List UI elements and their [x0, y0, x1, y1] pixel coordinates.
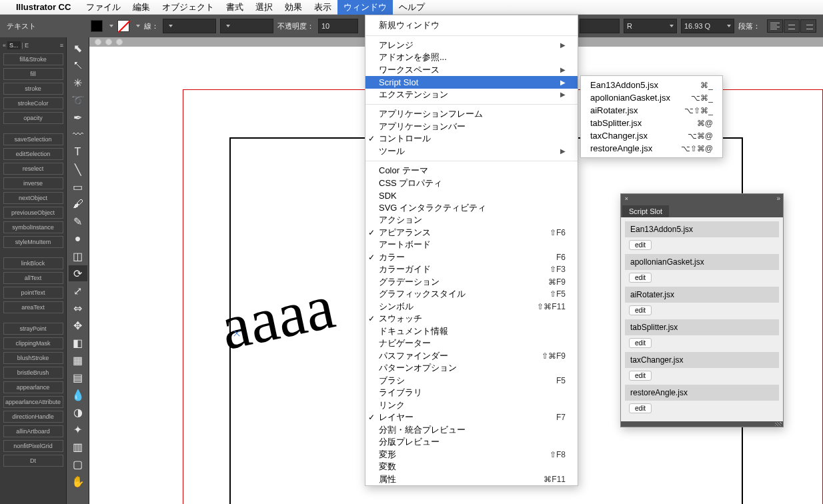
resize-grip-icon[interactable]: [775, 422, 782, 426]
blob-tool[interactable]: ●: [69, 231, 87, 247]
script-slot-taxChanger.jsx[interactable]: taxChanger.jsx: [625, 352, 779, 368]
menu-item-SDK[interactable]: SDK: [365, 189, 578, 202]
panel-tab[interactable]: Script Slot: [622, 205, 669, 217]
lasso-tool[interactable]: ➰: [69, 92, 87, 108]
spray-tool[interactable]: ✦: [69, 421, 87, 437]
menu-item-ワークスペース[interactable]: ワークスペース▶: [365, 64, 578, 77]
submenu-item-aiRotater.jsx[interactable]: aiRotater.jsx⌥⇧⌘_: [581, 104, 722, 117]
action-opacity[interactable]: opacity: [3, 112, 63, 124]
artboard-tool[interactable]: ▢: [69, 456, 87, 472]
free-tool[interactable]: ✥: [69, 317, 87, 333]
submenu-item-restoreAngle.jsx[interactable]: restoreAngle.jsx⌥⇧⌘@: [581, 142, 722, 155]
menu-ヘルプ[interactable]: ヘルプ: [393, 0, 431, 15]
stroke-swatch[interactable]: [117, 20, 129, 32]
brush-definition-field[interactable]: [220, 19, 273, 33]
wand-tool[interactable]: ✳: [69, 75, 87, 91]
fill-swatch[interactable]: [91, 20, 103, 32]
style-field[interactable]: [580, 19, 620, 33]
script-slot-aiRotater.jsx[interactable]: aiRotater.jsx: [625, 287, 779, 303]
actions-tab-s[interactable]: S...: [7, 41, 21, 49]
pen-tool[interactable]: ✒: [69, 109, 87, 125]
action-directionHandle[interactable]: directionHandle: [3, 411, 63, 423]
traffic-max-icon[interactable]: [116, 39, 123, 45]
action-nextObject[interactable]: nextObject: [3, 192, 63, 204]
width-tool[interactable]: ⇔: [69, 300, 87, 316]
menu-item-アプリケーションフレーム[interactable]: アプリケーションフレーム: [365, 108, 578, 121]
script-slot-restoreAngle.jsx[interactable]: restoreAngle.jsx: [625, 385, 779, 401]
menu-item-アプリケーションバー[interactable]: アプリケーションバー: [365, 121, 578, 133]
menu-item-アドオンを参照...[interactable]: アドオンを参照...: [365, 51, 578, 64]
action-pointText[interactable]: pointText: [3, 287, 63, 299]
script-slot-apollonianGasket.jsx[interactable]: apollonianGasket.jsx: [625, 254, 779, 270]
menu-item-新規ウィンドウ[interactable]: 新規ウィンドウ: [365, 19, 578, 32]
edit-button[interactable]: edit: [629, 338, 652, 348]
submenu-item-tabSplitter.jsx[interactable]: tabSplitter.jsx⌘@: [581, 117, 722, 129]
shape-builder-tool[interactable]: ◧: [69, 335, 87, 351]
fontsize-field[interactable]: 16.93 Q: [681, 19, 734, 33]
align-left-button[interactable]: [767, 19, 783, 33]
menu-item-アクション[interactable]: アクション: [365, 214, 578, 227]
pencil-tool[interactable]: ✎: [69, 213, 87, 229]
menu-item-ライブラリ[interactable]: ライブラリ: [365, 387, 578, 399]
action-nonfitPixelGrid[interactable]: nonfitPixelGrid: [3, 440, 63, 452]
action-blushStroke[interactable]: blushStroke: [3, 352, 63, 364]
action-linkBlock[interactable]: linkBlock: [3, 257, 63, 269]
menu-item-コントロール[interactable]: ✓コントロール: [365, 133, 578, 145]
action-fill[interactable]: fill: [3, 68, 63, 80]
gradient-tool[interactable]: ▤: [69, 369, 87, 385]
action-Dt[interactable]: Dt: [3, 455, 63, 467]
rect-tool[interactable]: ▭: [69, 179, 87, 195]
align-right-button[interactable]: [800, 19, 816, 33]
scale-tool[interactable]: ⤢: [69, 283, 87, 299]
action-inverse[interactable]: inverse: [3, 177, 63, 189]
menu-item-属性[interactable]: 属性⌘F11: [365, 473, 578, 486]
traffic-min-icon[interactable]: [105, 39, 112, 45]
menu-item-SVG インタラクティビティ[interactable]: SVG インタラクティビティ: [365, 202, 578, 215]
menu-item-リンク[interactable]: リンク: [365, 399, 578, 412]
menu-item-グラデーション[interactable]: グラデーション⌘F9: [365, 276, 578, 289]
script-slot-Ean13Addon5.jsx[interactable]: Ean13Addon5.jsx: [625, 221, 779, 237]
action-allinArtboard[interactable]: allinArtboard: [3, 425, 63, 437]
hand-tool[interactable]: ✋: [69, 473, 87, 489]
menu-item-Script Slot[interactable]: Script Slot▶: [365, 76, 578, 89]
edit-button[interactable]: edit: [629, 371, 652, 381]
align-center-button[interactable]: [784, 19, 800, 33]
action-bristleBrush[interactable]: bristleBrush: [3, 367, 63, 379]
menu-item-アレンジ[interactable]: アレンジ▶: [365, 39, 578, 52]
text-anchor-point[interactable]: [233, 329, 241, 337]
panel-titlebar[interactable]: × »: [621, 194, 783, 203]
menu-オブジェクト[interactable]: オブジェクト: [156, 0, 220, 15]
menu-item-ドキュメント情報[interactable]: ドキュメント情報: [365, 325, 578, 338]
action-editSelection[interactable]: editSelection: [3, 148, 63, 160]
actions-tab-e[interactable]: E: [25, 42, 29, 49]
eraser-tool[interactable]: ◫: [69, 248, 87, 264]
menu-item-Color テーマ[interactable]: Color テーマ: [365, 165, 578, 177]
menu-item-CSS プロパティ[interactable]: CSS プロパティ: [365, 177, 578, 190]
opacity-field[interactable]: 10: [318, 19, 358, 33]
stroke-weight-field[interactable]: [163, 19, 216, 33]
graph-tool[interactable]: ▥: [69, 439, 87, 455]
menu-item-分版プレビュー[interactable]: 分版プレビュー: [365, 436, 578, 449]
mesh-tool[interactable]: ▦: [69, 352, 87, 368]
menu-編集[interactable]: 編集: [127, 0, 156, 15]
menu-ファイル[interactable]: ファイル: [80, 0, 127, 15]
arrow-tool[interactable]: ⬉: [69, 40, 87, 56]
menu-item-変形[interactable]: 変形⇧F8: [365, 449, 578, 461]
script-slot-tabSplitter.jsx[interactable]: tabSplitter.jsx: [625, 319, 779, 335]
submenu-item-apollonianGasket.jsx[interactable]: apollonianGasket.jsx⌥⌘_: [581, 91, 722, 104]
rotate-tool[interactable]: ⟳: [69, 265, 87, 281]
action-previouseObject[interactable]: previouseObject: [3, 207, 63, 219]
eyedropper-tool[interactable]: 💧: [69, 387, 87, 403]
panel-menu-icon[interactable]: ≡: [60, 42, 63, 49]
action-appearlance[interactable]: appearlance: [3, 381, 63, 393]
menu-item-シンボル[interactable]: シンボル⇧⌘F11: [365, 301, 578, 313]
submenu-item-Ean13Addon5.jsx[interactable]: Ean13Addon5.jsx⌘_: [581, 79, 722, 91]
action-areaText[interactable]: areaText: [3, 301, 63, 313]
submenu-item-taxChanger.jsx[interactable]: taxChanger.jsx⌥⌘@: [581, 129, 722, 142]
menu-選択[interactable]: 選択: [249, 0, 279, 15]
brush-tool[interactable]: 🖌: [69, 196, 87, 212]
action-fill&Stroke[interactable]: fill&Stroke: [3, 53, 63, 65]
style-variant-field[interactable]: R: [624, 19, 677, 33]
collapse-icon[interactable]: »: [776, 195, 783, 202]
type-tool[interactable]: T: [69, 144, 87, 160]
